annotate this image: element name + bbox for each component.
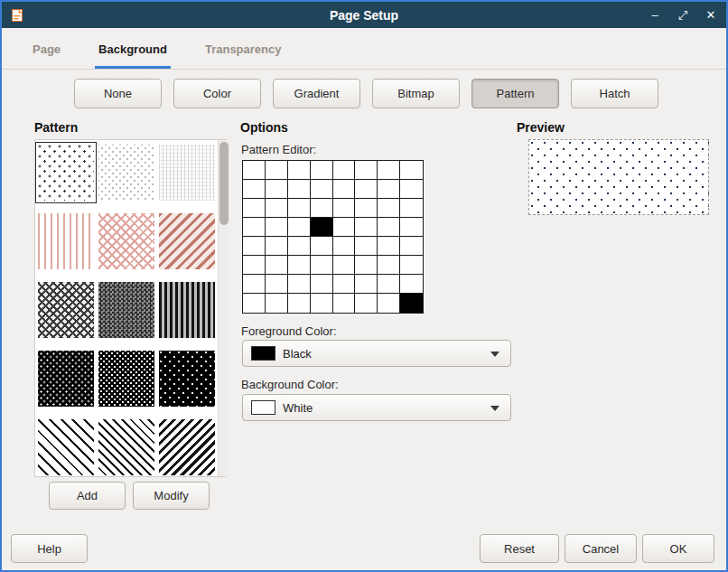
fill-type-bitmap-button[interactable]: Bitmap xyxy=(372,79,460,108)
editor-cell-0-4[interactable] xyxy=(333,161,356,180)
scrollbar-thumb[interactable] xyxy=(219,142,229,225)
editor-cell-0-1[interactable] xyxy=(266,161,288,180)
editor-cell-7-3[interactable] xyxy=(311,294,333,313)
pattern-swatch-dots-faint[interactable] xyxy=(98,145,154,201)
editor-cell-6-2[interactable] xyxy=(288,275,311,294)
ok-button[interactable]: OK xyxy=(642,534,714,563)
editor-cell-5-4[interactable] xyxy=(333,256,356,275)
pattern-swatch-dots-light[interactable] xyxy=(38,145,94,201)
pattern-swatch-black-dots-sparse[interactable] xyxy=(159,351,215,407)
pattern-swatch-diagonal-red[interactable] xyxy=(159,213,215,269)
editor-cell-4-5[interactable] xyxy=(355,237,378,256)
editor-cell-0-2[interactable] xyxy=(288,161,311,180)
fill-type-pattern-button[interactable]: Pattern xyxy=(471,79,559,108)
tab-background[interactable]: Background xyxy=(95,42,171,69)
editor-cell-5-7[interactable] xyxy=(400,256,423,275)
pattern-swatch-crosshatch-pink[interactable] xyxy=(98,213,154,269)
pattern-swatch-black-dots-medium[interactable] xyxy=(98,351,154,407)
editor-cell-1-2[interactable] xyxy=(288,180,311,199)
editor-cell-4-1[interactable] xyxy=(266,237,288,256)
editor-cell-2-4[interactable] xyxy=(333,199,356,218)
editor-cell-3-2[interactable] xyxy=(288,218,311,237)
editor-cell-7-2[interactable] xyxy=(288,294,311,313)
fill-type-none-button[interactable]: None xyxy=(74,79,162,108)
pattern-swatch-diagonal-medium[interactable] xyxy=(98,419,154,475)
editor-cell-1-0[interactable] xyxy=(243,180,266,199)
fill-type-gradient-button[interactable]: Gradient xyxy=(273,79,360,108)
editor-cell-5-2[interactable] xyxy=(288,256,311,275)
editor-cell-6-7[interactable] xyxy=(400,275,423,294)
editor-cell-6-1[interactable] xyxy=(266,275,288,294)
background-color-dropdown[interactable]: White xyxy=(242,394,511,421)
editor-cell-7-4[interactable] xyxy=(333,294,356,313)
pattern-swatch-vlines-dark[interactable] xyxy=(159,282,215,338)
editor-cell-5-3[interactable] xyxy=(311,256,333,275)
editor-cell-2-3[interactable] xyxy=(311,199,333,218)
minimize-icon[interactable]: – xyxy=(648,8,662,23)
editor-cell-1-6[interactable] xyxy=(378,180,400,199)
editor-cell-6-6[interactable] xyxy=(378,275,400,294)
cancel-button[interactable]: Cancel xyxy=(565,534,637,563)
editor-cell-4-0[interactable] xyxy=(243,237,266,256)
editor-cell-2-2[interactable] xyxy=(288,199,311,218)
editor-cell-2-5[interactable] xyxy=(355,199,378,218)
editor-cell-0-5[interactable] xyxy=(355,161,378,180)
editor-cell-4-3[interactable] xyxy=(311,237,333,256)
editor-cell-4-6[interactable] xyxy=(378,237,400,256)
editor-cell-0-0[interactable] xyxy=(243,161,266,180)
editor-cell-3-6[interactable] xyxy=(378,218,400,237)
editor-cell-7-1[interactable] xyxy=(266,294,288,313)
pattern-swatch-black-dots-fine[interactable] xyxy=(38,351,94,407)
foreground-color-dropdown[interactable]: Black xyxy=(242,340,511,367)
editor-cell-4-7[interactable] xyxy=(400,237,423,256)
editor-cell-7-5[interactable] xyxy=(355,294,378,313)
fill-type-color-button[interactable]: Color xyxy=(173,79,261,108)
editor-cell-6-3[interactable] xyxy=(311,275,333,294)
editor-cell-4-2[interactable] xyxy=(288,237,311,256)
editor-cell-4-4[interactable] xyxy=(333,237,356,256)
pattern-list-scrollbar[interactable] xyxy=(218,140,229,476)
editor-cell-3-1[interactable] xyxy=(266,218,288,237)
editor-cell-3-5[interactable] xyxy=(355,218,378,237)
editor-cell-1-7[interactable] xyxy=(400,180,423,199)
modify-button[interactable]: Modify xyxy=(133,482,210,510)
restore-icon[interactable]: ⤢ xyxy=(676,8,690,23)
editor-cell-3-0[interactable] xyxy=(243,218,266,237)
editor-cell-0-6[interactable] xyxy=(378,161,400,180)
editor-cell-1-1[interactable] xyxy=(266,180,288,199)
tab-page[interactable]: Page xyxy=(29,42,64,69)
editor-cell-5-0[interactable] xyxy=(243,256,266,275)
editor-cell-3-7[interactable] xyxy=(400,218,423,237)
editor-cell-2-0[interactable] xyxy=(243,199,266,218)
editor-cell-5-5[interactable] xyxy=(355,256,378,275)
editor-cell-6-0[interactable] xyxy=(243,275,266,294)
pattern-swatch-vlines-pink[interactable] xyxy=(38,213,94,269)
editor-cell-1-3[interactable] xyxy=(311,180,333,199)
editor-cell-5-1[interactable] xyxy=(266,256,288,275)
pattern-swatch-texture-faint[interactable] xyxy=(159,145,215,201)
editor-cell-1-4[interactable] xyxy=(333,180,356,199)
editor-cell-0-3[interactable] xyxy=(311,161,333,180)
editor-cell-2-1[interactable] xyxy=(266,199,288,218)
pattern-swatch-diagonal-dense[interactable] xyxy=(159,419,215,475)
editor-cell-0-7[interactable] xyxy=(400,161,423,180)
editor-cell-3-4[interactable] xyxy=(333,218,356,237)
editor-cell-7-7[interactable] xyxy=(400,294,423,313)
pattern-swatch-crosshatch-dense[interactable] xyxy=(98,282,154,338)
fill-type-hatch-button[interactable]: Hatch xyxy=(571,79,658,108)
pattern-swatch-diagonal-thin[interactable] xyxy=(38,419,94,475)
editor-cell-7-0[interactable] xyxy=(243,294,266,313)
pattern-swatch-crosshatch-dark[interactable] xyxy=(38,282,94,338)
editor-cell-2-6[interactable] xyxy=(378,199,400,218)
tab-transparency[interactable]: Transparency xyxy=(201,42,285,69)
add-button[interactable]: Add xyxy=(49,482,126,510)
close-icon[interactable]: ✕ xyxy=(704,8,718,23)
editor-cell-5-6[interactable] xyxy=(378,256,400,275)
help-button[interactable]: Help xyxy=(11,534,88,563)
editor-cell-3-3[interactable] xyxy=(311,218,333,237)
editor-cell-6-4[interactable] xyxy=(333,275,356,294)
editor-cell-6-5[interactable] xyxy=(355,275,378,294)
editor-cell-7-6[interactable] xyxy=(378,294,400,313)
editor-cell-1-5[interactable] xyxy=(355,180,378,199)
reset-button[interactable]: Reset xyxy=(480,534,559,563)
